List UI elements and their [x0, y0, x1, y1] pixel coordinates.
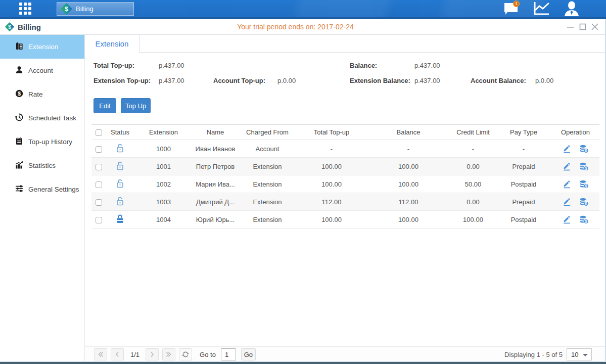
sidebar-item-account[interactable]: Account [0, 59, 84, 82]
close-button[interactable] [591, 23, 599, 31]
cell-status [106, 144, 134, 154]
pencil-icon [563, 215, 571, 224]
row-checkbox[interactable] [96, 199, 102, 206]
cell-operation: $ [551, 162, 599, 171]
total-topup-value: p.437.00 [159, 58, 184, 73]
coins-icon: $ [579, 145, 589, 153]
refresh-button[interactable] [179, 348, 192, 360]
edit-extension-icon[interactable] [563, 180, 571, 189]
maximize-button[interactable] [579, 23, 587, 31]
row-checkbox[interactable] [96, 217, 102, 223]
cell-select [91, 180, 106, 188]
general-settings-icon [15, 185, 23, 195]
statistics-button[interactable] [526, 0, 556, 17]
sidebar-item-scheduled-task[interactable]: Scheduled Task [0, 106, 84, 130]
sidebar-item-topup-history[interactable]: Top-up History [0, 130, 84, 154]
page-size-select[interactable]: 10 [567, 348, 592, 360]
sidebar-item-rate[interactable]: $ Rate [0, 82, 84, 106]
row-checkbox[interactable] [96, 146, 102, 153]
action-buttons: Edit Top Up [94, 98, 151, 113]
status-unlocked-icon [116, 164, 124, 172]
user-button[interactable] [556, 0, 587, 17]
next-page-icon [149, 351, 155, 357]
unlocked-icon [116, 197, 124, 206]
taskbar-item-billing[interactable]: $ Billing [57, 2, 134, 16]
svg-text:$: $ [585, 201, 587, 206]
cell-balance: - [366, 145, 450, 153]
row-checkbox[interactable] [96, 164, 102, 170]
page-size-value: 10 [571, 351, 578, 358]
extension-topup-label: Extension Top-up: [94, 73, 151, 88]
tab-bar: Extension [85, 35, 606, 53]
cell-status [106, 214, 134, 225]
sidebar-item-label: Top-up History [28, 138, 72, 146]
cell-total-topup: - [297, 145, 366, 153]
minimize-icon [567, 23, 575, 31]
main-panel: Extension Total Top-up: p.437.00 Balance… [85, 35, 606, 362]
prev-page-button[interactable] [111, 348, 124, 360]
edit-extension-icon[interactable] [563, 162, 571, 171]
cell-credit-limit: 0.00 [450, 198, 496, 206]
window-titlebar: $ Billing Your trial period ends on: 201… [0, 19, 606, 35]
table-row[interactable]: 1000 Иван Иванов Account - - - - $ [91, 140, 599, 158]
edit-button[interactable]: Edit [94, 98, 116, 113]
app-grid-icon[interactable] [19, 3, 34, 15]
col-total-topup: Total Top-up [297, 128, 366, 136]
top-up-extension-icon[interactable]: $ [579, 145, 589, 153]
edit-extension-icon[interactable] [563, 145, 571, 153]
top-up-extension-icon[interactable]: $ [579, 162, 589, 171]
cell-total-topup: 100.00 [297, 180, 366, 188]
taskbar-status-icons: ! [496, 0, 587, 17]
sidebar-item-label: General Settings [28, 186, 79, 193]
topup-history-icon [15, 137, 23, 145]
svg-text:$: $ [585, 184, 587, 189]
minimize-button[interactable] [567, 23, 575, 31]
cell-select [91, 215, 106, 223]
unlocked-icon [116, 161, 124, 170]
titlebar-app-identity: $ Billing [5, 19, 41, 34]
general-settings-icon [15, 185, 23, 193]
window-bottom-edge [0, 362, 606, 364]
table-row[interactable]: 1002 Мария Ива... Extension 100.00 100.0… [91, 175, 599, 193]
svg-text:$: $ [8, 24, 11, 30]
col-extension: Extension [134, 128, 193, 136]
tab-extension[interactable]: Extension [85, 35, 139, 53]
cell-operation: $ [551, 180, 599, 189]
cell-extension: 1001 [134, 163, 193, 170]
next-page-button[interactable] [146, 348, 159, 360]
last-page-button[interactable] [162, 348, 175, 360]
cell-charged-from: Extension [238, 198, 297, 206]
sidebar-item-extension[interactable]: Extension [0, 35, 84, 59]
cell-pay-type: Prepaid [496, 198, 551, 206]
window-title: Billing [18, 23, 41, 31]
sidebar-item-general-settings[interactable]: General Settings [0, 177, 84, 201]
coins-icon: $ [579, 198, 589, 206]
table-row[interactable]: 1001 Петр Петров Extension 100.00 100.00… [91, 158, 599, 175]
top-up-extension-icon[interactable]: $ [579, 198, 589, 206]
topup-history-icon [15, 137, 23, 147]
coins-icon: $ [579, 162, 589, 171]
table-row[interactable]: 1003 Дмитрий Д... Extension 112.00 112.0… [91, 193, 599, 211]
select-all-checkbox[interactable] [96, 129, 102, 136]
table-row[interactable]: 1004 Юрий Юрь... Extension 100.00 100.00… [91, 211, 599, 229]
go-button[interactable]: Go [241, 348, 256, 360]
cell-total-topup: 100.00 [297, 216, 366, 223]
rate-icon: $ [15, 89, 23, 100]
top-up-button[interactable]: Top Up [121, 98, 151, 113]
taskbar-item-label: Billing [76, 5, 94, 13]
top-up-extension-icon[interactable]: $ [579, 180, 589, 189]
messages-button[interactable]: ! [496, 0, 526, 17]
app-body: Extension Account $ Rate Scheduled Task … [0, 35, 606, 362]
goto-page-input[interactable] [221, 348, 236, 360]
edit-extension-icon[interactable] [563, 198, 571, 206]
col-credit-limit: Credit Limit [450, 128, 496, 136]
cell-credit-limit: 100.00 [450, 216, 496, 223]
pencil-icon [563, 180, 571, 189]
top-up-extension-icon[interactable]: $ [579, 215, 589, 224]
row-checkbox[interactable] [96, 181, 102, 188]
cell-total-topup: 112.00 [297, 198, 366, 206]
edit-extension-icon[interactable] [563, 215, 571, 224]
first-page-button[interactable] [94, 348, 107, 360]
sidebar-item-statistics[interactable]: Statistics [0, 154, 84, 177]
account-topup-value: p.0.00 [277, 73, 296, 88]
